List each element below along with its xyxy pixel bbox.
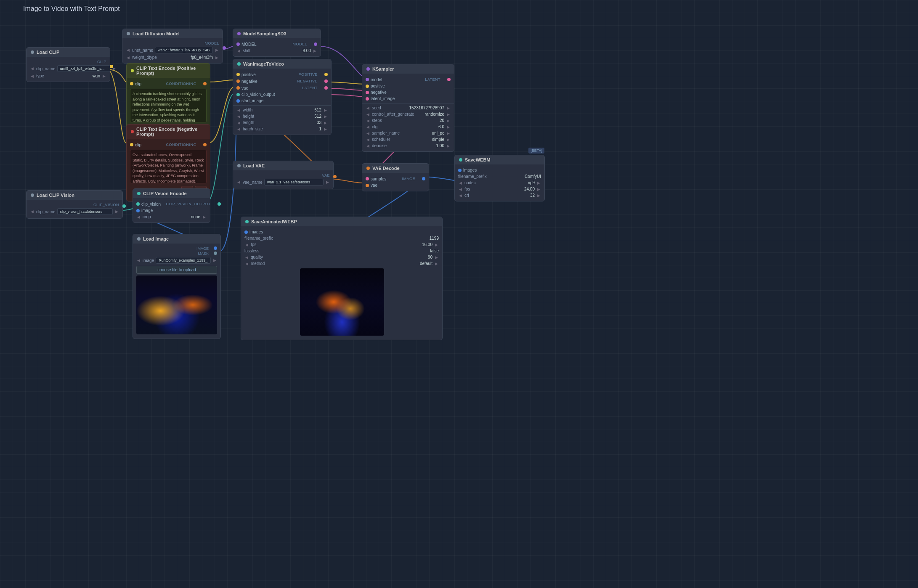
seed-arrow-left[interactable]: ◀	[366, 106, 370, 110]
cv-name-arrow-left[interactable]: ◀	[30, 209, 34, 214]
sampler-name-value: uni_pc	[401, 131, 444, 135]
image-file-label: image	[143, 258, 154, 263]
sampler-name-row: ◀ sampler_name uni_pc ▶	[362, 130, 454, 136]
control-arrow-right[interactable]: ▶	[446, 112, 451, 117]
image-arrow-right[interactable]: ▶	[212, 258, 217, 262]
save-webm-title: SaveWEBM	[465, 157, 491, 162]
wan-clip-vision-port	[236, 93, 240, 96]
batch-arrow-left[interactable]: ◀	[236, 127, 241, 131]
sawp-fps-row: ◀ fps 16.00 ▶	[241, 241, 442, 248]
save-webp-preview	[300, 268, 384, 336]
steps-value: 20	[384, 118, 444, 123]
sampler-arrow-left[interactable]: ◀	[366, 131, 370, 135]
image-file-input[interactable]	[156, 257, 211, 264]
ks-negative-port	[366, 91, 369, 94]
sw-images-row: images	[455, 167, 544, 173]
neg-clip-input-row: clip CONDITIONING	[127, 141, 210, 148]
sw-codec-value: vp9	[478, 180, 535, 185]
unet-row: ◀ unet_name ▶	[122, 46, 223, 54]
sw-filename-label: filename_prefix	[458, 174, 487, 179]
sawp-method-arrow-left[interactable]: ◀	[244, 262, 249, 266]
ks-negative-row: negative	[362, 89, 454, 95]
unet-arrow-left[interactable]: ◀	[126, 48, 130, 52]
crop-arrow-left[interactable]: ◀	[136, 215, 141, 219]
wan-clip-vision-row: clip_vision_output	[233, 91, 331, 98]
cve-image-port	[136, 209, 140, 212]
cfg-row: ◀ cfg 6.0 ▶	[362, 124, 454, 130]
unet-arrow-right[interactable]: ▶	[215, 48, 219, 52]
negative-prompt-text[interactable]: Oversaturated tones, Overexposed, Static…	[130, 150, 207, 183]
shift-arrow-right[interactable]: ▶	[313, 49, 317, 53]
clip-name-arrow-left[interactable]: ◀	[30, 66, 34, 71]
vae-decode-title: VAE Decode	[372, 166, 400, 171]
clip-type-arrow-left[interactable]: ◀	[30, 74, 34, 78]
image-arrow-left[interactable]: ◀	[136, 258, 141, 262]
clip-port-label: clip	[135, 82, 141, 86]
mask-output-port	[214, 252, 217, 255]
weight-arrow-left[interactable]: ◀	[126, 56, 130, 60]
sawp-quality-arrow-right[interactable]: ▶	[434, 255, 439, 260]
vd-samples-row: samples IMAGE	[362, 175, 429, 182]
batch-arrow-right[interactable]: ▶	[323, 127, 328, 131]
vae-name-input[interactable]	[264, 179, 324, 185]
sampler-arrow-right[interactable]: ▶	[446, 131, 451, 135]
wan-positive-out-port	[324, 73, 328, 76]
length-arrow-right[interactable]: ▶	[323, 121, 328, 125]
cfg-arrow-right[interactable]: ▶	[446, 125, 451, 129]
sawp-fps-arrow-left[interactable]: ◀	[244, 243, 249, 247]
model-input-row: MODEL MODEL	[233, 41, 321, 48]
height-arrow-left[interactable]: ◀	[236, 114, 241, 119]
sw-fps-arrow-right[interactable]: ▶	[536, 187, 541, 191]
clip-name-label: clip_name	[36, 66, 56, 71]
scheduler-arrow-right[interactable]: ▶	[446, 138, 451, 142]
sw-codec-arrow-right[interactable]: ▶	[536, 181, 541, 185]
image-output-label: IMAGE	[196, 246, 209, 251]
clip-name-input[interactable]	[57, 65, 110, 72]
width-arrow-right[interactable]: ▶	[323, 108, 328, 112]
vae-name-arrow-left[interactable]: ◀	[236, 180, 241, 184]
sawp-images-port	[244, 230, 248, 234]
denoise-arrow-left[interactable]: ◀	[366, 144, 370, 148]
vae-name-label: vae_name	[243, 180, 263, 185]
crop-arrow-right[interactable]: ▶	[202, 215, 207, 219]
sw-crf-arrow-left[interactable]: ◀	[458, 193, 463, 198]
unet-name-input[interactable]	[155, 47, 213, 53]
sw-codec-label: codec	[464, 180, 476, 185]
cv-name-input[interactable]	[57, 208, 113, 215]
sw-codec-arrow-left[interactable]: ◀	[458, 181, 463, 185]
height-row: ◀ height 512 ▶	[233, 113, 331, 119]
sawp-quality-arrow-left[interactable]: ◀	[244, 255, 249, 260]
ks-model-port	[366, 78, 369, 81]
height-arrow-right[interactable]: ▶	[323, 114, 328, 119]
scheduler-arrow-left[interactable]: ◀	[366, 138, 370, 142]
choose-file-button[interactable]: choose file to upload	[136, 266, 217, 274]
length-arrow-left[interactable]: ◀	[236, 121, 241, 125]
sawp-method-arrow-right[interactable]: ▶	[434, 262, 439, 266]
clip-type-arrow-right[interactable]: ▶	[102, 74, 106, 78]
cfg-arrow-left[interactable]: ◀	[366, 125, 370, 129]
weight-dtype-value: fp8_e4m3fn	[159, 55, 213, 60]
unet-label: unet_name	[132, 48, 153, 53]
vae-name-row: ◀ vae_name ▶	[233, 178, 333, 186]
steps-arrow-right[interactable]: ▶	[446, 119, 451, 123]
seed-arrow-right[interactable]: ▶	[446, 106, 451, 110]
sw-fps-arrow-left[interactable]: ◀	[458, 187, 463, 191]
negative-dot	[131, 130, 134, 133]
width-arrow-left[interactable]: ◀	[236, 108, 241, 112]
positive-prompt-text[interactable]: A cinematic tracking shot smoothly glide…	[130, 89, 207, 122]
height-label: height	[243, 114, 254, 119]
cv-name-arrow-right[interactable]: ▶	[114, 209, 119, 214]
sw-codec-row: ◀ codec vp9 ▶	[455, 180, 544, 186]
shift-arrow-left[interactable]: ◀	[236, 49, 241, 53]
sawp-quality-value: 90	[265, 255, 432, 260]
sawp-fps-arrow-right[interactable]: ▶	[434, 243, 439, 247]
weight-arrow-right[interactable]: ▶	[215, 56, 219, 60]
denoise-arrow-right[interactable]: ▶	[446, 144, 451, 148]
steps-arrow-left[interactable]: ◀	[366, 119, 370, 123]
clip-text-positive-title: CLIP Text Encode (Positive Prompt)	[136, 66, 206, 76]
control-arrow-left[interactable]: ◀	[366, 112, 370, 117]
sw-crf-arrow-right[interactable]: ▶	[536, 193, 541, 198]
vae-name-arrow-right[interactable]: ▶	[325, 180, 330, 184]
positive-dot	[131, 69, 134, 72]
neg-clip-input-port	[130, 143, 133, 146]
